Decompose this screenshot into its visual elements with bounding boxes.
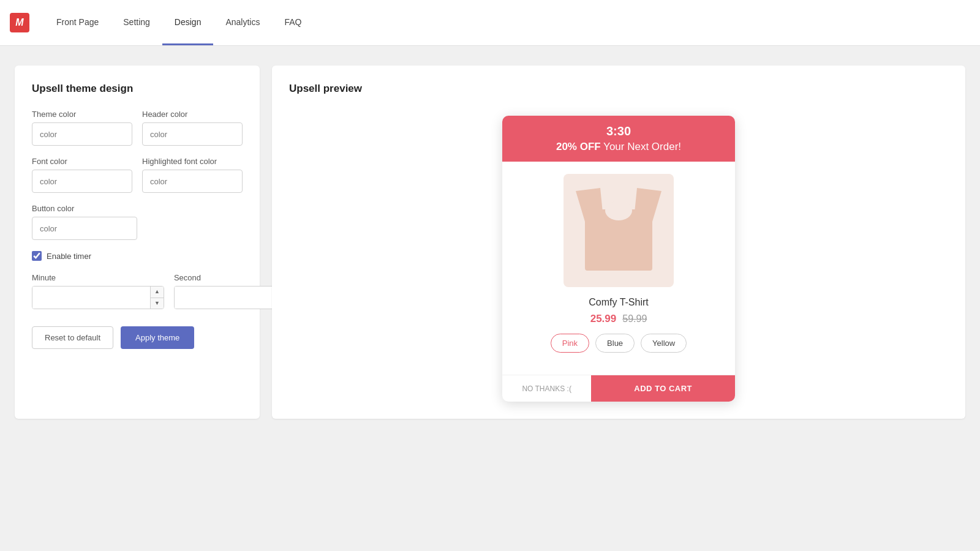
preview-card-body: Comfy T-Shirt 25.99 59.99 Pink — [502, 162, 735, 375]
color-row-3: Button color — [32, 204, 243, 240]
action-buttons: Reset to default Apply theme — [32, 326, 243, 349]
nav-item-design[interactable]: Design — [162, 0, 214, 45]
apply-theme-button[interactable]: Apply theme — [121, 326, 194, 349]
preview-card: 3:30 20% OFF Your Next Order! — [502, 116, 735, 402]
enable-timer-checkbox[interactable] — [32, 251, 42, 261]
minute-spinner-buttons: ▲ ▼ — [150, 287, 164, 309]
font-color-input[interactable] — [32, 170, 132, 193]
top-navigation: M Front Page Setting Design Analytics FA… — [0, 0, 980, 46]
price-row: 25.99 59.99 — [514, 313, 723, 325]
variant-blue[interactable]: Blue — [595, 334, 635, 353]
app-logo: M — [10, 13, 29, 32]
color-row-1: Theme color Header color — [32, 110, 243, 146]
discount-rest: Your Next Order! — [601, 141, 681, 152]
variant-pink[interactable]: Pink — [551, 334, 589, 353]
preview-title: Upsell preview — [289, 83, 948, 95]
preview-area: 3:30 20% OFF Your Next Order! — [289, 110, 948, 402]
minute-spinner: 3 ▲ ▼ — [32, 286, 164, 309]
font-color-group: Font color — [32, 157, 132, 193]
add-to-cart-button[interactable]: ADD TO CART — [591, 375, 735, 402]
theme-design-panel: Upsell theme design Theme color Header c… — [15, 66, 260, 419]
minute-increment-button[interactable]: ▲ — [151, 287, 164, 298]
variant-row: Pink Blue Yellow — [514, 334, 723, 353]
preview-card-header: 3:30 20% OFF Your Next Order! — [502, 116, 735, 162]
preview-timer: 3:30 — [514, 124, 723, 138]
preview-panel: Upsell preview 3:30 20% OFF Your Next Or… — [272, 66, 965, 419]
theme-color-label: Theme color — [32, 110, 132, 119]
variant-yellow[interactable]: Yellow — [641, 334, 687, 353]
preview-discount: 20% OFF Your Next Order! — [514, 141, 723, 153]
button-color-input[interactable] — [32, 217, 137, 240]
discount-bold: 20% OFF — [556, 141, 601, 152]
enable-timer-row: Enable timer — [32, 251, 243, 261]
no-thanks-link[interactable]: NO THANKS :( — [502, 376, 591, 402]
theme-color-input[interactable] — [32, 122, 132, 146]
button-color-label: Button color — [32, 204, 137, 213]
font-color-label: Font color — [32, 157, 132, 166]
panel-title: Upsell theme design — [32, 83, 243, 95]
nav-menu: Front Page Setting Design Analytics FAQ — [44, 0, 314, 45]
theme-color-group: Theme color — [32, 110, 132, 146]
preview-card-footer: NO THANKS :( ADD TO CART — [502, 375, 735, 402]
minute-decrement-button[interactable]: ▼ — [151, 298, 164, 309]
minute-group: Minute 3 ▲ ▼ — [32, 273, 164, 309]
minute-input[interactable]: 3 — [32, 287, 150, 309]
nav-item-faq[interactable]: FAQ — [272, 0, 314, 45]
svg-point-3 — [605, 201, 632, 220]
nav-item-setting[interactable]: Setting — [111, 0, 162, 45]
logo-text: M — [15, 17, 23, 28]
nav-item-front-page[interactable]: Front Page — [44, 0, 111, 45]
button-color-group: Button color — [32, 204, 137, 240]
product-name: Comfy T-Shirt — [514, 297, 723, 308]
product-image — [564, 174, 674, 287]
header-color-input[interactable] — [142, 122, 243, 146]
main-content: Upsell theme design Theme color Header c… — [0, 46, 980, 438]
header-color-group: Header color — [142, 110, 243, 146]
sale-price: 25.99 — [590, 313, 617, 325]
highlighted-font-color-label: Highlighted font color — [142, 157, 243, 166]
minute-label: Minute — [32, 273, 164, 282]
highlighted-font-color-input[interactable] — [142, 170, 243, 193]
reset-button[interactable]: Reset to default — [32, 326, 113, 349]
enable-timer-label: Enable timer — [47, 252, 91, 261]
highlighted-font-color-group: Highlighted font color — [142, 157, 243, 193]
color-row-2: Font color Highlighted font color — [32, 157, 243, 193]
nav-item-analytics[interactable]: Analytics — [213, 0, 272, 45]
original-price: 59.99 — [622, 313, 647, 324]
timer-row: Minute 3 ▲ ▼ Second 30 ▲ ▼ — [32, 273, 243, 309]
tshirt-svg — [576, 185, 662, 277]
header-color-label: Header color — [142, 110, 243, 119]
